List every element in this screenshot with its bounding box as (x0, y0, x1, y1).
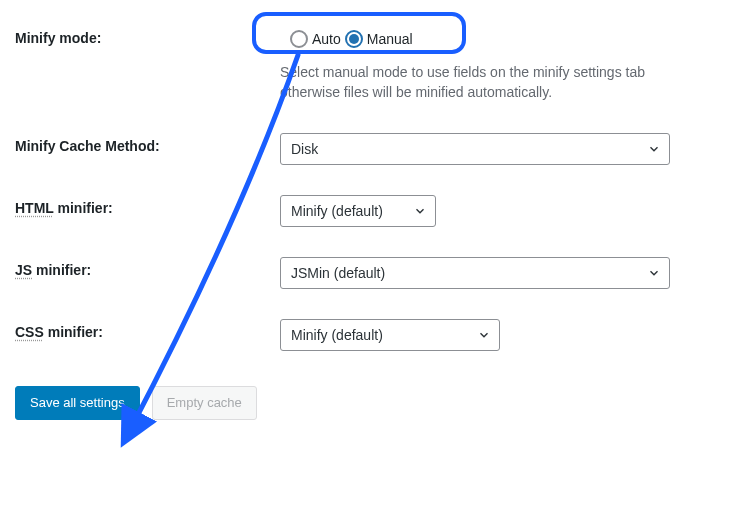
minify-mode-description: Select manual mode to use fields on the … (280, 62, 700, 103)
chevron-down-icon (647, 266, 661, 280)
radio-selected-icon (345, 30, 363, 48)
minify-mode-auto-radio[interactable]: Auto (290, 30, 341, 48)
cache-method-label: Minify Cache Method: (0, 118, 265, 174)
empty-cache-button[interactable]: Empty cache (152, 386, 257, 420)
cache-method-select[interactable]: Disk (280, 133, 670, 165)
save-all-settings-button[interactable]: Save all settings (15, 386, 140, 420)
js-abbr: JS (15, 262, 32, 278)
css-abbr: CSS (15, 324, 44, 340)
chevron-down-icon (413, 204, 427, 218)
minify-mode-auto-label: Auto (312, 31, 341, 47)
html-abbr: HTML (15, 200, 54, 216)
html-minifier-select[interactable]: Minify (default) (280, 195, 436, 227)
js-minifier-label: JS minifier: (0, 242, 265, 298)
css-minifier-label: CSS minifier: (0, 304, 265, 360)
chevron-down-icon (477, 328, 491, 342)
js-minifier-select[interactable]: JSMin (default) (280, 257, 670, 289)
chevron-down-icon (647, 142, 661, 156)
html-minifier-label: HTML minifier: (0, 180, 265, 236)
css-minifier-select[interactable]: Minify (default) (280, 319, 500, 351)
minify-mode-label: Minify mode: (0, 0, 265, 66)
minify-mode-manual-radio[interactable]: Manual (345, 30, 413, 48)
minify-mode-manual-label: Manual (367, 31, 413, 47)
html-minifier-value: Minify (default) (291, 203, 383, 219)
css-minifier-value: Minify (default) (291, 327, 383, 343)
cache-method-value: Disk (291, 141, 318, 157)
minify-mode-radio-group: Auto Manual (280, 22, 433, 56)
js-minifier-value: JSMin (default) (291, 265, 385, 281)
radio-empty-icon (290, 30, 308, 48)
